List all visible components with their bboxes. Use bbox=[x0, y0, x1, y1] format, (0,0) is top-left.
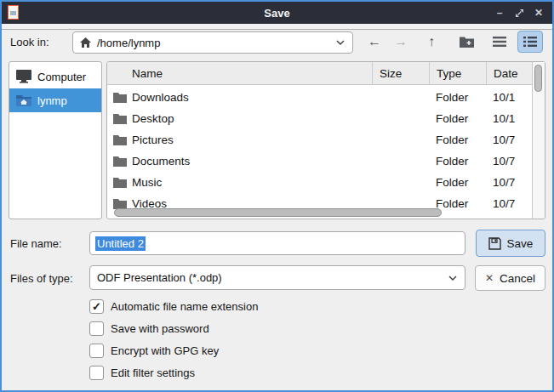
column-header-size[interactable]: Size bbox=[372, 62, 429, 84]
table-row[interactable]: Documents Folder 10/7 bbox=[107, 151, 545, 172]
cancel-button[interactable]: ✕ Cancel bbox=[475, 265, 545, 291]
sidebar-item-computer[interactable]: Computer bbox=[9, 65, 101, 88]
table-row[interactable]: Music Folder 10/7 bbox=[107, 172, 545, 193]
vertical-scrollbar[interactable] bbox=[532, 62, 545, 219]
floppy-disk-icon bbox=[488, 237, 501, 250]
detail-view-button[interactable] bbox=[517, 31, 543, 53]
vertical-scrollbar-thumb[interactable] bbox=[534, 65, 542, 92]
window-title: Save bbox=[2, 7, 552, 20]
table-row[interactable]: Pictures Folder 10/7 bbox=[107, 129, 545, 151]
files-of-type-value: ODF Presentation (*.odp) bbox=[97, 271, 222, 284]
checkbox-unchecked[interactable] bbox=[89, 366, 104, 380]
files-of-type-label: Files of type: bbox=[10, 272, 73, 285]
folder-icon bbox=[107, 134, 132, 145]
table-row[interactable]: Downloads Folder 10/1 bbox=[107, 87, 545, 108]
look-in-combobox[interactable]: /home/lynmp bbox=[72, 31, 353, 54]
checkbox-label: Save with password bbox=[111, 322, 209, 335]
new-folder-button[interactable] bbox=[455, 31, 477, 53]
look-in-label: Look in: bbox=[10, 36, 49, 48]
up-arrow-icon: ↑ bbox=[428, 34, 435, 49]
restore-button[interactable] bbox=[512, 6, 526, 20]
separator-line bbox=[2, 29, 552, 30]
new-folder-icon bbox=[460, 36, 474, 48]
checkbox-label: Edit filter settings bbox=[111, 366, 195, 379]
table-row[interactable]: Desktop Folder 10/1 bbox=[107, 108, 545, 129]
list-view-button[interactable] bbox=[488, 31, 511, 53]
save-button[interactable]: Save bbox=[476, 230, 545, 257]
options-checkbox-group: ✓ Automatic file name extension Save wit… bbox=[89, 295, 258, 383]
back-arrow-icon: ← bbox=[368, 34, 381, 49]
chevron-down-icon bbox=[336, 40, 345, 45]
checkbox-edit-filter[interactable]: Edit filter settings bbox=[89, 361, 258, 383]
forward-arrow-icon: → bbox=[394, 34, 408, 49]
folder-icon bbox=[107, 92, 132, 103]
files-of-type-combobox[interactable]: ODF Presentation (*.odp) bbox=[89, 265, 465, 290]
checkbox-automatic-extension[interactable]: ✓ Automatic file name extension bbox=[89, 295, 258, 317]
home-folder-icon bbox=[14, 94, 33, 106]
file-name-input[interactable]: Untitled 2 bbox=[89, 231, 465, 255]
back-button[interactable]: ← bbox=[363, 31, 386, 53]
list-view-icon bbox=[493, 37, 506, 47]
up-button[interactable]: ↑ bbox=[420, 31, 443, 53]
restore-icon bbox=[515, 9, 524, 18]
cancel-x-icon: ✕ bbox=[485, 272, 494, 284]
sidebar-item-lynmp[interactable]: lynmp bbox=[9, 88, 101, 112]
places-sidebar: Computer lynmp bbox=[9, 61, 102, 219]
file-name-value: Untitled 2 bbox=[95, 236, 146, 251]
house-icon bbox=[80, 37, 91, 48]
folder-icon bbox=[107, 113, 132, 124]
minimize-button[interactable]: – bbox=[493, 6, 506, 20]
folder-icon bbox=[107, 156, 132, 167]
horizontal-scrollbar-thumb[interactable] bbox=[114, 208, 442, 217]
save-button-label: Save bbox=[507, 237, 534, 250]
checkbox-label: Automatic file name extension bbox=[111, 300, 258, 313]
forward-button[interactable]: → bbox=[390, 31, 412, 53]
titlebar[interactable]: Save – ✕ bbox=[2, 2, 552, 24]
file-list-header: Name Size Type Date bbox=[107, 62, 545, 85]
monitor-icon bbox=[14, 70, 33, 83]
checkbox-encrypt-gpg[interactable]: Encrypt with GPG key bbox=[89, 339, 258, 361]
column-header-type[interactable]: Type bbox=[429, 62, 486, 84]
checkbox-label: Encrypt with GPG key bbox=[111, 344, 219, 357]
close-button[interactable]: ✕ bbox=[532, 6, 545, 20]
sidebar-item-label: lynmp bbox=[37, 94, 67, 107]
checkbox-checked[interactable]: ✓ bbox=[89, 299, 104, 314]
file-name-label: File name: bbox=[10, 237, 62, 250]
folder-icon bbox=[107, 177, 132, 188]
chevron-down-icon bbox=[448, 276, 457, 281]
checkbox-unchecked[interactable] bbox=[89, 344, 104, 358]
save-dialog-window: Save – ✕ Look in: /home/lynmp bbox=[0, 0, 554, 392]
checkbox-save-with-password[interactable]: Save with password bbox=[89, 317, 258, 339]
file-list: Name Size Type Date Downloads Folder 10/… bbox=[106, 61, 545, 219]
look-in-path: /home/lynmp bbox=[97, 37, 160, 49]
sidebar-item-label: Computer bbox=[37, 71, 86, 83]
cancel-button-label: Cancel bbox=[500, 272, 535, 285]
column-header-name[interactable]: Name bbox=[107, 62, 372, 84]
checkbox-unchecked[interactable] bbox=[89, 321, 104, 336]
detail-view-icon bbox=[523, 37, 537, 47]
